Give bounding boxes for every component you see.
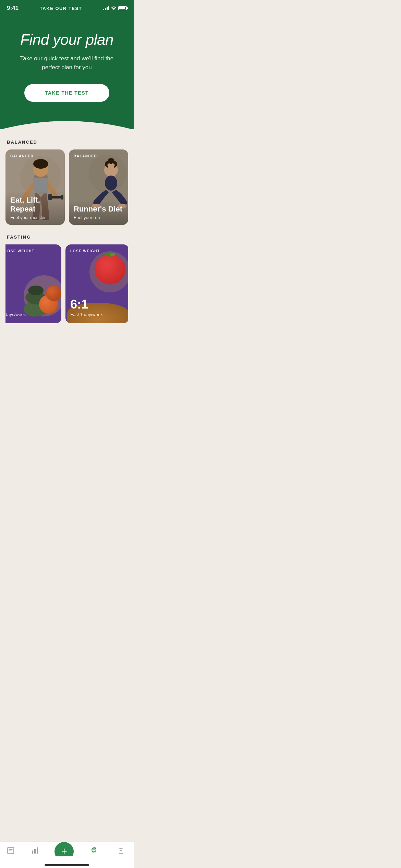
- card-2-title: Runner's Diet: [74, 205, 123, 214]
- fasting-section: FASTING LOSE WEIGHT days/week: [5, 234, 128, 323]
- balanced-section: BALANCED: [5, 140, 128, 225]
- balanced-section-title: BALANCED: [5, 140, 128, 145]
- content-section: BALANCED: [0, 129, 134, 323]
- balanced-badge-2: BALANCED: [74, 154, 97, 158]
- eat-lift-repeat-card[interactable]: BALANCED Eat, Lift, Repeat Fuel your mus…: [5, 149, 65, 225]
- runners-diet-card[interactable]: BALANCED Runner's Diet Fuel your run: [69, 149, 128, 225]
- fasting-badge-2: LOSE WEIGHT: [70, 249, 100, 253]
- status-icons: [103, 6, 127, 11]
- battery-icon: [118, 6, 127, 10]
- take-test-button[interactable]: TAKE THE TEST: [24, 84, 109, 102]
- card-1-title: Eat, Lift, Repeat: [10, 196, 60, 214]
- balanced-cards-row: BALANCED Eat, Lift, Repeat Fuel your mus…: [5, 149, 128, 225]
- signal-icon: [103, 6, 109, 10]
- fasting-card-left[interactable]: LOSE WEIGHT days/week: [5, 244, 61, 323]
- fasting-card-1-content: days/week: [5, 312, 26, 317]
- tomato-decoration: [95, 255, 125, 284]
- fasting-desc: Fast 1 day/week: [70, 312, 103, 317]
- svg-point-2: [33, 159, 48, 169]
- svg-rect-7: [33, 178, 48, 191]
- wifi-icon: [111, 6, 117, 11]
- card-1-subtitle: Fuel your muscles: [10, 215, 60, 220]
- svg-point-11: [105, 176, 117, 191]
- status-title: TAKE OUR TEST: [40, 6, 82, 11]
- balanced-badge-1: BALANCED: [10, 154, 34, 158]
- fasting-days: days/week: [5, 312, 26, 317]
- status-time: 9:41: [7, 5, 19, 12]
- hero-title: Find your plan: [10, 32, 123, 48]
- fasting-section-title: FASTING: [5, 234, 128, 240]
- fasting-card-right[interactable]: LOSE WEIGHT 6:1 Fast 1 day/week: [65, 244, 128, 323]
- fasting-ratio: 6:1: [70, 298, 103, 311]
- card-1-content: Eat, Lift, Repeat Fuel your muscles: [5, 191, 65, 225]
- fasting-card-2-content: 6:1 Fast 1 day/week: [70, 298, 103, 317]
- fasting-cards-row: LOSE WEIGHT days/week LOSE WEIGHT 6:1 Fa…: [5, 244, 128, 323]
- fasting-badge-1: LOSE WEIGHT: [5, 249, 35, 253]
- hero-section: Find your plan Take our quick test and w…: [0, 14, 134, 129]
- card-2-subtitle: Fuel your run: [74, 215, 123, 220]
- status-bar: 9:41 TAKE OUR TEST: [0, 0, 134, 14]
- tomato-leaf2: [104, 253, 110, 256]
- card-2-content: Runner's Diet Fuel your run: [69, 200, 128, 225]
- hero-subtitle: Take our quick test and we'll find the p…: [19, 54, 115, 72]
